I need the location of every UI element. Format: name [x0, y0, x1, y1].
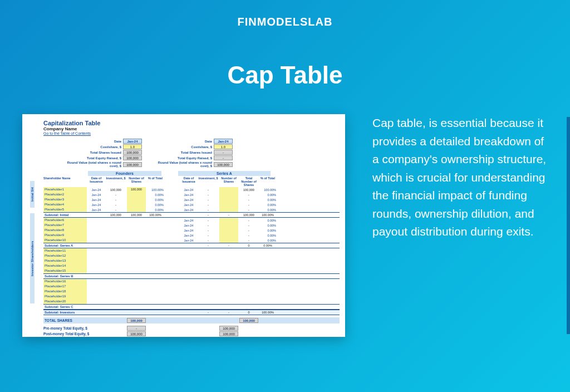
cell-total: - — [239, 203, 258, 207]
cell-inv: - — [106, 198, 126, 202]
cell-shares — [219, 238, 238, 243]
cell-shares — [219, 202, 238, 207]
pre-money-row: Pre-money Total Equity, $ - 100,000 — [43, 325, 340, 331]
spreadsheet-preview: Capitalization Table Company Name Go to … — [22, 114, 345, 337]
rp-label-rv: Round Value (total shares x round cost),… — [61, 161, 121, 168]
st-c-label: Subtotal: Series C — [43, 305, 87, 308]
shareholder-name: Placeholder8 — [43, 228, 87, 233]
cell-date: Jan-24 — [180, 198, 197, 202]
st-init-label: Subtotal: Initial — [43, 213, 87, 217]
ts-atot: 100,000 — [239, 318, 258, 323]
st-init-fpct: 100.00% — [147, 213, 164, 217]
cell-shares — [127, 192, 146, 197]
cell-total: - — [239, 234, 258, 237]
cell-pct: 0.00% — [259, 219, 276, 222]
ch-date: Date of Issuance — [88, 177, 105, 187]
toc-link[interactable]: Go to the Table of Contents — [43, 131, 91, 135]
shareholder-name: Placeholder2 — [43, 192, 87, 197]
cell-shares — [219, 233, 238, 238]
ch-inv: Investment, $ — [106, 177, 126, 187]
cell-inv: - — [198, 208, 218, 212]
cell-pct: 0.00% — [147, 193, 164, 197]
cell-inv: - — [198, 203, 218, 207]
rp-label-equity2: Total Equity Raised, $ — [152, 156, 212, 160]
cell-pct: 0.00% — [259, 208, 276, 212]
post-money-row: Post-money Total Equity, $ 100,000 100,0… — [43, 331, 340, 336]
total-shares-row: TOTAL SHARES 100,000 100,000 — [43, 317, 340, 324]
rp-a-cost: 1.0 — [214, 144, 233, 149]
table-row: Placeholder6Jan-24--0.00% — [43, 218, 340, 223]
table-row: Placeholder13 — [43, 258, 340, 263]
shareholder-name: Placeholder20 — [43, 299, 87, 304]
pom-f: 100,000 — [127, 331, 146, 336]
cell-date: Jan-24 — [88, 193, 105, 197]
table-row: Placeholder2Jan-24-0.00%Jan-24--0.00% — [43, 192, 340, 197]
cell-date: Jan-24 — [88, 188, 105, 192]
cell-date: Jan-24 — [180, 229, 197, 232]
cell-date: Jan-24 — [180, 219, 197, 222]
cell-pct: 0.00% — [147, 198, 164, 202]
description-text: Cap table, is essential because it provi… — [372, 114, 551, 241]
rp-founders-shares: 100,000 — [123, 150, 142, 155]
ch-date2: Date of Issuance — [180, 177, 197, 187]
st-init-apct: 100.00% — [259, 213, 276, 217]
rp-founders-date: Jan-24 — [123, 139, 142, 144]
shareholder-name: Placeholder14 — [43, 263, 87, 268]
cell-shares: 100,000 — [127, 187, 146, 192]
rp-label-shares2: Total Shares Issued — [152, 151, 212, 154]
rp-a-equity: - — [214, 155, 233, 160]
cell-pct: 100.00% — [147, 188, 164, 192]
cell-pct: 0.00% — [147, 208, 164, 212]
shareholder-name: Placeholder9 — [43, 233, 87, 238]
ch-pct2: % of Total — [259, 177, 276, 187]
cell-pct: 0.00% — [259, 224, 276, 227]
shareholder-name: Placeholder16 — [43, 279, 87, 284]
rp-label-date2: Date — [152, 140, 212, 143]
st-a-label: Subtotal: Series A — [43, 244, 87, 247]
cell-pct: 0.00% — [147, 203, 164, 207]
cell-pct: 0.00% — [259, 198, 276, 202]
cell-shares — [127, 197, 146, 202]
ts-fsh: 100,000 — [127, 318, 146, 323]
cell-inv: - — [198, 188, 218, 192]
accent-bar — [567, 117, 570, 334]
table-row: Placeholder10Jan-24--0.00% — [43, 238, 340, 243]
cell-total: - — [239, 219, 258, 222]
st-a-ash: - — [219, 244, 238, 247]
cell-shares — [219, 223, 238, 228]
st-init-ainv: - — [198, 213, 218, 217]
table-row: Placeholder20 — [43, 299, 340, 304]
cell-pct: 0.00% — [259, 239, 276, 242]
brand-logo: FINMODELSLAB — [0, 16, 570, 28]
cell-shares — [219, 197, 238, 202]
rp-founders-rv: 100,000 — [123, 162, 142, 167]
cell-inv: - — [106, 193, 126, 197]
cell-total: - — [239, 198, 258, 202]
shareholder-name: Placeholder4 — [43, 202, 87, 207]
shareholder-name: Placeholder6 — [43, 218, 87, 223]
cell-shares — [219, 192, 238, 197]
shareholder-name: Placeholder1 — [43, 187, 87, 192]
cell-date: Jan-24 — [180, 193, 197, 197]
column-headers: Shareholder Name Date of Issuance Invest… — [43, 177, 340, 187]
shareholder-name: Placeholder10 — [43, 238, 87, 243]
table-row: Placeholder5Jan-24-0.00%Jan-24--0.00% — [43, 207, 340, 212]
table-row: Placeholder3Jan-24-0.00%Jan-24--0.00% — [43, 197, 340, 202]
rp-a-date: Jan-24 — [214, 139, 233, 144]
cell-shares — [219, 218, 238, 223]
cell-inv: - — [198, 193, 218, 197]
subtotal-series-c: Subtotal: Series C — [43, 304, 340, 310]
cell-date: Jan-24 — [88, 203, 105, 207]
cell-pct: 0.00% — [259, 203, 276, 207]
cell-total: 100,000 — [239, 188, 258, 192]
pom-a: 100,000 — [219, 331, 238, 336]
st-inv-atot: 0 — [239, 311, 258, 314]
cell-shares — [219, 187, 238, 192]
cell-inv: - — [106, 203, 126, 207]
cell-total: - — [239, 208, 258, 212]
cell-shares — [219, 228, 238, 233]
cell-total: - — [239, 229, 258, 232]
st-inv-apct: 100.00% — [259, 311, 276, 314]
pm-a: 100,000 — [219, 326, 238, 331]
table-row: Placeholder12 — [43, 253, 340, 258]
